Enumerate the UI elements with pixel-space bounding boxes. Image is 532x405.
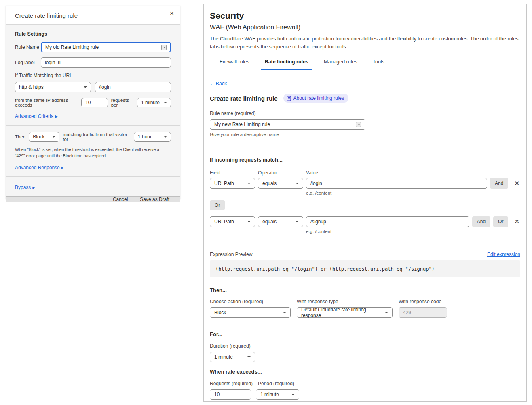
edit-expression-link[interactable]: Edit expression <box>487 252 520 257</box>
doc-icon <box>287 96 291 101</box>
dropdown-caret-icon <box>247 356 251 359</box>
value-hint: e.g. /content <box>306 229 520 234</box>
for-heading: For... <box>210 331 520 337</box>
advanced-criteria-link[interactable]: Advanced Criteria ▶ <box>15 113 58 119</box>
block-duration-select[interactable]: 1 hour <box>134 132 171 142</box>
operator-value: equals <box>262 180 277 186</box>
dialog-footer: Cancel Save as Draft <box>6 196 180 202</box>
response-code-value: 429 <box>403 310 411 315</box>
requests-label: Requests (required) <box>210 381 253 386</box>
waf-description: The Cloudflare WAF provides both automat… <box>210 35 519 51</box>
operator-select[interactable]: equals <box>258 178 303 189</box>
back-arrow-icon: ← <box>210 81 215 86</box>
field-select[interactable]: URI Path <box>210 178 255 189</box>
field-value: URI Path <box>214 180 234 186</box>
rule-name-help: Give your rule a descriptive name <box>210 132 520 137</box>
requests-input[interactable]: 10 <box>210 389 251 400</box>
then-section: Then Block matching traffic from that vi… <box>6 125 180 176</box>
tab-managed-rules[interactable]: Managed rules <box>323 59 358 69</box>
expression-preview-label: Expression Preview <box>210 252 252 257</box>
action-select[interactable]: Block <box>210 307 291 318</box>
operator-select[interactable]: equals <box>258 216 303 227</box>
or-connector-button[interactable]: Or <box>210 200 225 210</box>
advanced-response-link[interactable]: Advanced Response ▶ <box>15 165 64 170</box>
scheme-value: http & https <box>19 84 44 90</box>
action-select[interactable]: Block <box>29 132 59 142</box>
duration-select[interactable]: 1 minute <box>210 352 255 362</box>
or-button[interactable]: Or <box>493 216 508 227</box>
create-rule-heading: Create rate limiting rule <box>210 95 278 102</box>
log-label-input[interactable]: login_rl <box>41 57 171 68</box>
duration-value: 1 minute <box>214 354 233 360</box>
create-rule-heading-row: Create rate limiting rule About rate lim… <box>210 94 520 103</box>
rate-period-value: 1 minute <box>260 392 279 397</box>
back-link[interactable]: ← Back <box>210 81 227 86</box>
rule-name-value: My new Rate Limiting rule <box>214 122 270 127</box>
bypass-label: Bypass <box>15 185 31 190</box>
dropdown-caret-icon <box>52 136 55 139</box>
tab-firewall-rules[interactable]: Firewall rules <box>219 59 250 69</box>
choose-action-label: Choose action (required) <box>210 299 291 304</box>
then-label: Then <box>15 134 25 139</box>
url-value: /login <box>99 84 111 90</box>
rule-settings-heading: Rule Settings <box>15 31 171 37</box>
condition-row: URI Path equals /signup And Or ✕ <box>210 216 520 227</box>
response-type-label: With response type <box>297 299 393 304</box>
response-type-select[interactable]: Default Cloudflare rate limiting respons… <box>297 307 393 318</box>
bypass-link[interactable]: Bypass ▶ <box>15 185 35 190</box>
rate-fields: 10 1 minute <box>210 389 520 400</box>
field-column-label: Field <box>210 170 258 176</box>
rule-name-value: My old Rate Limiting rule <box>45 44 99 50</box>
traffic-matching-heading: If Traffic Matching the URL <box>15 73 171 78</box>
response-type-col: With response type Default Cloudflare ra… <box>297 299 393 318</box>
rate-period-select[interactable]: 1 minute <box>256 389 299 400</box>
rule-name-input[interactable]: My old Rate Limiting rule <box>41 42 171 52</box>
and-button[interactable]: And <box>472 216 490 227</box>
tab-tools[interactable]: Tools <box>372 59 385 69</box>
remove-condition-icon[interactable]: ✕ <box>513 218 520 225</box>
save-as-draft-button[interactable]: Save as Draft <box>140 197 169 202</box>
close-icon[interactable]: ✕ <box>169 10 174 17</box>
action-value: Block <box>33 134 44 140</box>
cancel-button[interactable]: Cancel <box>113 197 128 202</box>
rule-name-label: Rule name (required) <box>210 111 520 116</box>
threshold-row: from the same IP address exceeds 10 requ… <box>15 98 171 107</box>
caret-right-icon: ▶ <box>32 186 35 189</box>
rate-period-label: Period (required) <box>258 381 294 386</box>
section-divider <box>210 147 520 147</box>
dropdown-caret-icon <box>247 221 251 224</box>
about-label: About rate limiting rules <box>293 95 344 101</box>
remove-condition-icon[interactable]: ✕ <box>513 180 520 187</box>
waf-tabs: Firewall rules Rate limiting rules Manag… <box>210 59 520 69</box>
then-row: Then Block matching traffic from that vi… <box>15 132 171 142</box>
and-button[interactable]: And <box>490 178 508 189</box>
value-input[interactable]: /login <box>306 178 487 189</box>
rule-settings-section: Rule Settings Rule Name My old Rate Limi… <box>6 25 180 125</box>
block-note: When “Block” is set, when the threshold … <box>15 146 169 159</box>
period-select[interactable]: 1 minute <box>137 98 171 107</box>
dropdown-caret-icon <box>291 394 295 397</box>
threshold-input[interactable]: 10 <box>81 98 108 107</box>
value-text: /signup <box>310 219 326 225</box>
legacy-rate-limit-dialog: Create rate limiting rule ✕ Rule Setting… <box>6 6 180 199</box>
value-column-label: Value <box>306 170 318 176</box>
response-type-value: Default Cloudflare rate limiting respons… <box>301 307 382 318</box>
condition-row: URI Path equals /login And ✕ <box>210 178 520 189</box>
dialog-body: Rule Settings Rule Name My old Rate Limi… <box>6 25 180 196</box>
url-input[interactable]: /login <box>95 82 171 92</box>
condition-column-labels: Field Operator Value <box>210 170 520 176</box>
value-input[interactable]: /signup <box>306 216 469 227</box>
field-select[interactable]: URI Path <box>210 216 255 227</box>
rate-labels: Requests (required) Period (required) <box>210 381 520 386</box>
dropdown-caret-icon <box>296 183 299 186</box>
period-value: 1 minute <box>141 100 160 105</box>
dropdown-caret-icon <box>385 312 388 315</box>
expression-preview-row: Expression Preview Edit expression <box>210 252 520 257</box>
scheme-select[interactable]: http & https <box>15 82 91 92</box>
tab-rate-limiting-rules[interactable]: Rate limiting rules <box>264 59 309 69</box>
log-label-row: Log label login_rl <box>15 57 171 68</box>
action-col: Choose action (required) Block <box>210 299 291 318</box>
about-rate-limiting-link[interactable]: About rate limiting rules <box>283 94 348 103</box>
rule-name-input[interactable]: My new Rate Limiting rule <box>210 119 365 130</box>
action-value: Block <box>214 310 226 315</box>
